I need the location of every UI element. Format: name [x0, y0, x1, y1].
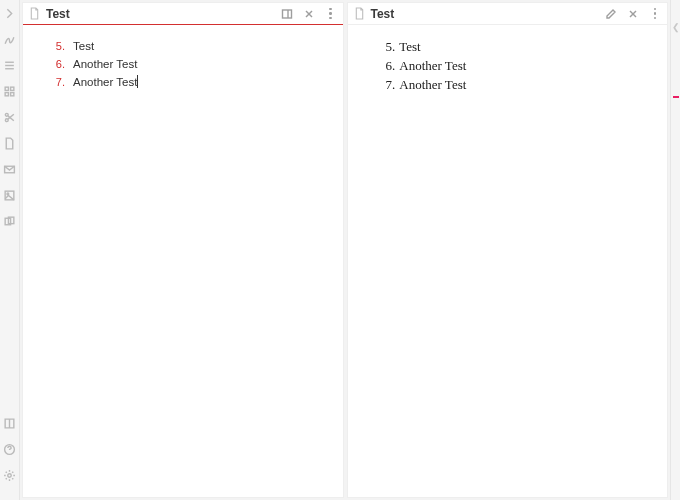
svg-point-13	[7, 193, 9, 195]
editor-list-number: 7.	[51, 73, 65, 91]
left-icon-rail	[0, 0, 20, 500]
page-icon[interactable]	[3, 136, 17, 150]
layout-icon[interactable]	[279, 6, 295, 22]
editor-list-number: 6.	[51, 55, 65, 73]
preview-list-item: 6.Another Test	[386, 56, 650, 75]
preview-list-item: 5.Test	[386, 37, 650, 56]
editor-list-item[interactable]: 5.Test	[51, 37, 325, 55]
settings-icon[interactable]	[3, 468, 17, 482]
split-panels: Test 5.Test6.Another Test7.Another Test …	[20, 0, 670, 500]
svg-rect-4	[11, 87, 14, 90]
preview-panel-header: Test	[348, 3, 668, 25]
chevron-left-icon[interactable]: ❮	[672, 22, 680, 32]
document-icon	[354, 7, 365, 20]
editor-panel: Test 5.Test6.Another Test7.Another Test	[22, 2, 344, 498]
grid-icon[interactable]	[3, 84, 17, 98]
preview-body: 5.Test6.Another Test7.Another Test	[348, 25, 668, 497]
cards-icon[interactable]	[3, 214, 17, 228]
document-icon	[29, 7, 40, 20]
text-caret	[137, 75, 138, 88]
preview-list-text: Another Test	[399, 56, 466, 75]
svg-point-18	[8, 473, 11, 476]
svg-rect-5	[5, 92, 8, 95]
help-icon[interactable]	[3, 442, 17, 456]
svg-point-8	[5, 118, 8, 121]
preview-list-item: 7.Another Test	[386, 75, 650, 94]
chevron-right-icon[interactable]	[3, 6, 17, 20]
preview-title: Test	[371, 7, 395, 21]
preview-list-number: 7.	[386, 75, 396, 94]
editor-list-number: 5.	[51, 37, 65, 55]
edit-icon[interactable]	[603, 6, 619, 22]
preview-list-number: 6.	[386, 56, 396, 75]
editor-list-text[interactable]: Test	[73, 37, 94, 55]
acrobat-icon[interactable]	[3, 32, 17, 46]
book-icon[interactable]	[3, 416, 17, 430]
svg-rect-19	[282, 10, 291, 18]
svg-rect-6	[11, 92, 14, 95]
editor-list-text[interactable]: Another Test	[73, 73, 138, 91]
preview-list: 5.Test6.Another Test7.Another Test	[376, 37, 650, 94]
svg-point-7	[5, 113, 8, 116]
close-icon[interactable]	[625, 6, 641, 22]
svg-rect-3	[5, 87, 8, 90]
preview-list-text: Another Test	[399, 75, 466, 94]
editor-title: Test	[46, 7, 70, 21]
editor-panel-header: Test	[23, 3, 343, 25]
preview-panel: Test 5.Test6.Another Test7.Another Test	[347, 2, 669, 498]
preview-list-number: 5.	[386, 37, 396, 56]
preview-list-text: Test	[399, 37, 420, 56]
scissors-icon[interactable]	[3, 110, 17, 124]
editor-body[interactable]: 5.Test6.Another Test7.Another Test	[23, 25, 343, 497]
editor-list-item[interactable]: 7.Another Test	[51, 73, 325, 91]
accent-marker	[673, 96, 679, 98]
more-icon[interactable]	[647, 6, 663, 22]
list-icon[interactable]	[3, 58, 17, 72]
editor-list[interactable]: 5.Test6.Another Test7.Another Test	[51, 37, 325, 91]
image-icon[interactable]	[3, 188, 17, 202]
editor-list-text[interactable]: Another Test	[73, 55, 137, 73]
close-icon[interactable]	[301, 6, 317, 22]
right-handle: ❮	[670, 0, 680, 500]
editor-list-item[interactable]: 6.Another Test	[51, 55, 325, 73]
more-icon[interactable]	[323, 6, 339, 22]
mail-icon[interactable]	[3, 162, 17, 176]
